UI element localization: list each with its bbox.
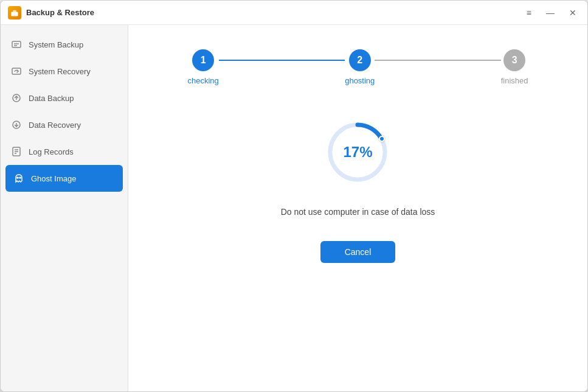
svg-point-14 (17, 177, 18, 178)
sidebar-item-ghost-image[interactable]: Ghost Image (5, 165, 123, 192)
step-line-1 (219, 60, 345, 61)
step-1-circle: 1 (192, 49, 214, 71)
app-window: Backup & Restore ≡ — ✕ System Backup (0, 0, 588, 392)
step-2-circle: 2 (349, 49, 371, 71)
svg-rect-2 (12, 41, 21, 47)
sidebar-item-data-backup-label: Data Backup (29, 94, 74, 103)
step-3: 3 finished (501, 49, 528, 85)
step-3-label: finished (501, 76, 528, 85)
sidebar-item-data-recovery-label: Data Recovery (29, 121, 81, 130)
step-line-2 (375, 60, 500, 61)
close-button[interactable]: ✕ (566, 7, 580, 19)
svg-point-15 (19, 177, 21, 178)
minimize-button[interactable]: — (542, 7, 558, 19)
sidebar-item-system-backup[interactable]: System Backup (1, 31, 128, 58)
sidebar-item-system-recovery[interactable]: System Recovery (1, 58, 128, 85)
app-title: Backup & Restore (26, 8, 523, 17)
system-recovery-icon (10, 65, 22, 77)
step-1-label: checking (188, 76, 219, 85)
svg-rect-1 (13, 10, 16, 12)
step-2-label: ghosting (345, 76, 375, 85)
svg-rect-5 (12, 68, 21, 74)
data-recovery-icon (10, 119, 22, 131)
sidebar-item-data-backup[interactable]: Data Backup (1, 85, 128, 111)
progress-message: Do not use computer in case of data loss (281, 207, 435, 217)
cancel-button[interactable]: Cancel (320, 241, 396, 263)
titlebar: Backup & Restore ≡ — ✕ (1, 1, 587, 25)
step-2: 2 ghosting (345, 49, 375, 85)
sidebar-item-ghost-image-label: Ghost Image (31, 174, 76, 183)
sidebar-item-log-records-label: Log Records (29, 147, 74, 156)
log-records-icon (10, 145, 22, 158)
ghost-image-icon (13, 172, 25, 184)
data-backup-icon (10, 92, 22, 104)
menu-button[interactable]: ≡ (523, 7, 535, 19)
sidebar-item-system-recovery-label: System Recovery (29, 67, 91, 76)
sidebar-item-log-records[interactable]: Log Records (1, 138, 128, 165)
step-1: 1 checking (188, 49, 219, 85)
steps-indicator: 1 checking 2 ghosting 3 finished (188, 49, 528, 85)
step-3-circle: 3 (503, 49, 525, 71)
main-content: System Backup System Recovery (1, 25, 587, 391)
progress-percent: 17% (343, 144, 372, 161)
window-controls: ≡ — ✕ (523, 7, 580, 19)
sidebar: System Backup System Recovery (1, 25, 128, 391)
progress-container: 17% Do not use computer in case of data … (281, 116, 435, 263)
content-area: 1 checking 2 ghosting 3 finished (128, 25, 587, 391)
sidebar-item-system-backup-label: System Backup (29, 40, 83, 49)
app-icon (8, 6, 21, 19)
progress-circle: 17% (321, 116, 394, 189)
system-backup-icon (10, 38, 22, 51)
sidebar-item-data-recovery[interactable]: Data Recovery (1, 111, 128, 138)
